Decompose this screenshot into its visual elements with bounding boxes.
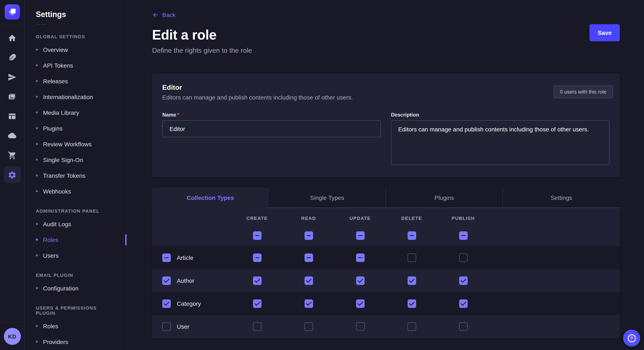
sidebar-item-webhooks[interactable]: Webhooks: [25, 183, 126, 199]
paper-plane-icon: [8, 72, 16, 81]
sidebar-item-label: Webhooks: [43, 188, 71, 194]
sidebar-item-label: Media Library: [43, 109, 79, 116]
nav-marketplace[interactable]: [4, 147, 21, 164]
bullet-icon: [36, 287, 38, 289]
sidebar-title: Settings: [36, 10, 126, 19]
tab-collection-types[interactable]: Collection Types: [152, 187, 269, 208]
create-checkbox[interactable]: [253, 276, 261, 285]
row-checkbox[interactable]: [162, 299, 171, 308]
bullet-icon: [36, 143, 38, 145]
row-checkbox[interactable]: [162, 276, 171, 285]
users-with-role-badge: 0 users with this role: [554, 85, 613, 98]
strapi-logo[interactable]: [4, 4, 20, 19]
bullet-icon: [36, 96, 38, 98]
read-checkbox[interactable]: [304, 276, 313, 285]
sidebar-item-audit-logs[interactable]: Audit Logs: [25, 216, 126, 232]
create-checkbox[interactable]: [253, 322, 261, 331]
read-checkbox[interactable]: [304, 299, 313, 308]
select-all-delete-checkbox[interactable]: [408, 231, 416, 240]
read-checkbox[interactable]: [304, 322, 313, 331]
description-textarea[interactable]: [391, 120, 610, 165]
select-all-publish-checkbox[interactable]: [459, 231, 468, 240]
sidebar-item-label: Single Sign-On: [43, 156, 83, 163]
update-checkbox[interactable]: [356, 253, 364, 262]
bullet-icon: [36, 239, 38, 241]
publish-checkbox[interactable]: [459, 322, 468, 331]
avatar[interactable]: KD: [4, 328, 21, 345]
bullet-icon: [36, 159, 38, 161]
sidebar-item-overview[interactable]: Overview: [25, 42, 126, 57]
sidebar-item-single-sign-on[interactable]: Single Sign-On: [25, 152, 126, 168]
update-checkbox[interactable]: [356, 276, 364, 285]
sidebar-item-api-tokens[interactable]: API Tokens: [25, 57, 126, 73]
nav-content-manager[interactable]: [4, 49, 21, 66]
delete-checkbox[interactable]: [408, 299, 416, 308]
row-checkbox[interactable]: [162, 322, 171, 331]
main-nav: KD: [0, 0, 25, 350]
feather-icon: [8, 53, 16, 62]
sidebar-divider: [36, 24, 46, 25]
section-users-permissions-plugin: USERS & PERMISSIONS PLUGIN Roles Provide…: [25, 305, 126, 350]
sidebar-item-users[interactable]: Users: [25, 247, 126, 263]
name-input[interactable]: [162, 120, 381, 137]
help-button[interactable]: ?: [623, 330, 640, 347]
sidebar-item-up-roles[interactable]: Roles: [25, 318, 126, 334]
tab-settings[interactable]: Settings: [502, 187, 620, 208]
sidebar-item-configuration[interactable]: Configuration: [25, 280, 126, 296]
sidebar-item-label: Configuration: [43, 285, 78, 292]
page-subtitle: Define the rights given to the role: [152, 47, 620, 54]
required-asterisk: *: [177, 112, 179, 118]
row-label: Article: [177, 254, 193, 261]
publish-checkbox[interactable]: [459, 253, 468, 262]
nav-home[interactable]: [4, 29, 21, 46]
sidebar-item-label: Roles: [43, 236, 58, 243]
nav-settings[interactable]: [4, 166, 21, 183]
create-checkbox[interactable]: [253, 253, 261, 262]
publish-checkbox[interactable]: [459, 276, 468, 285]
section-email-plugin: EMAIL PLUGIN Configuration: [25, 273, 126, 296]
column-header-create: CREATE: [231, 216, 283, 221]
select-all-create-checkbox[interactable]: [253, 231, 261, 240]
create-checkbox[interactable]: [253, 299, 261, 308]
sidebar-item-providers[interactable]: Providers: [25, 334, 126, 350]
tab-single-types[interactable]: Single Types: [269, 187, 386, 208]
name-label: Name*: [162, 112, 381, 118]
publish-checkbox[interactable]: [459, 299, 468, 308]
sidebar-item-review-workflows[interactable]: Review Workflows: [25, 136, 126, 152]
tab-plugins[interactable]: Plugins: [386, 187, 502, 208]
sidebar-item-label: Transfer Tokens: [43, 172, 86, 179]
sidebar-item-internationalization[interactable]: Internationalization: [25, 89, 126, 105]
select-all-update-checkbox[interactable]: [356, 231, 364, 240]
nav-content-type-builder[interactable]: [4, 108, 21, 125]
update-checkbox[interactable]: [356, 299, 364, 308]
nav-deployments[interactable]: [4, 68, 21, 85]
sidebar-item-releases[interactable]: Releases: [25, 73, 126, 89]
permissions-card: Collection Types Single Types Plugins Se…: [152, 187, 620, 338]
bullet-icon: [36, 48, 38, 51]
sidebar-item-label: Overview: [43, 46, 68, 53]
sidebar-item-plugins[interactable]: Plugins: [25, 120, 126, 136]
sidebar-item-roles[interactable]: Roles: [25, 232, 126, 247]
save-button[interactable]: Save: [590, 24, 620, 41]
nav-media-library[interactable]: [4, 88, 21, 105]
section-items: Overview API Tokens Releases Internation…: [25, 42, 126, 199]
permissions-tabs: Collection Types Single Types Plugins Se…: [152, 187, 620, 208]
row-checkbox[interactable]: [162, 253, 171, 262]
nav-cloud[interactable]: [4, 127, 21, 144]
page-title: Edit a role: [152, 27, 620, 43]
sidebar-item-label: Plugins: [43, 125, 62, 132]
bullet-icon: [36, 341, 38, 343]
bullet-icon: [36, 190, 38, 192]
sidebar-item-transfer-tokens[interactable]: Transfer Tokens: [25, 168, 126, 183]
bullet-icon: [36, 325, 38, 327]
sidebar-item-media-library[interactable]: Media Library: [25, 105, 126, 120]
delete-checkbox[interactable]: [408, 322, 416, 331]
column-header-delete: DELETE: [386, 216, 438, 221]
back-link[interactable]: Back: [152, 11, 176, 18]
delete-checkbox[interactable]: [408, 253, 416, 262]
delete-checkbox[interactable]: [408, 276, 416, 285]
select-all-read-checkbox[interactable]: [304, 231, 313, 240]
read-checkbox[interactable]: [304, 253, 313, 262]
update-checkbox[interactable]: [356, 322, 364, 331]
strapi-logo-icon: [4, 4, 20, 19]
